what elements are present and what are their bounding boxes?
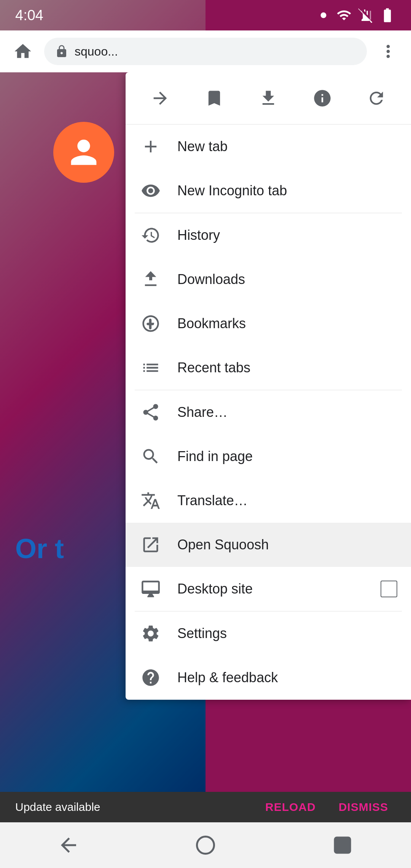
menu-item-open-squoosh[interactable]: Open Squoosh bbox=[126, 523, 411, 567]
menu-item-label-settings: Settings bbox=[177, 625, 397, 641]
battery-icon bbox=[379, 7, 396, 24]
menu-item-new-incognito-tab[interactable]: New Incognito tab bbox=[126, 169, 411, 213]
menu-item-label-recent-tabs: Recent tabs bbox=[177, 360, 397, 376]
menu-item-recent-tabs[interactable]: Recent tabs bbox=[126, 346, 411, 390]
menu-item-label-history: History bbox=[177, 227, 397, 243]
address-bar[interactable]: squoo... bbox=[44, 38, 367, 65]
menu-item-label-bookmarks: Bookmarks bbox=[177, 316, 397, 332]
home-circle-button[interactable] bbox=[190, 830, 221, 860]
menu-items-container: New tabNew Incognito tabHistoryDownloads… bbox=[126, 124, 411, 700]
bookmark-button[interactable] bbox=[199, 83, 229, 113]
bookmarks-icon bbox=[139, 312, 162, 335]
menu-item-label-downloads: Downloads bbox=[177, 271, 397, 287]
forward-button[interactable] bbox=[145, 83, 175, 113]
nav-bar bbox=[0, 822, 411, 868]
home-button[interactable] bbox=[9, 38, 37, 65]
wifi-icon bbox=[336, 8, 352, 23]
menu-item-label-new-incognito-tab: New Incognito tab bbox=[177, 183, 397, 199]
settings-icon bbox=[139, 622, 162, 645]
desktop-icon bbox=[139, 578, 162, 600]
menu-item-label-share: Share… bbox=[177, 404, 397, 420]
menu-panel: New tabNew Incognito tabHistoryDownloads… bbox=[126, 72, 411, 700]
reload-button[interactable]: RELOAD bbox=[258, 797, 323, 817]
menu-item-find-in-page[interactable]: Find in page bbox=[126, 434, 411, 479]
svg-rect-2 bbox=[335, 838, 350, 853]
download-button[interactable] bbox=[253, 83, 284, 113]
svg-point-1 bbox=[197, 837, 214, 854]
menu-top-toolbar bbox=[126, 72, 411, 124]
menu-item-downloads[interactable]: Downloads bbox=[126, 257, 411, 302]
menu-item-label-help-feedback: Help & feedback bbox=[177, 670, 397, 686]
menu-item-settings[interactable]: Settings bbox=[126, 611, 411, 656]
menu-item-label-translate: Translate… bbox=[177, 493, 397, 509]
status-time: 4:04 bbox=[15, 7, 43, 24]
svg-point-0 bbox=[321, 13, 327, 18]
history-icon bbox=[139, 224, 162, 247]
downloads-icon bbox=[139, 268, 162, 291]
share-icon bbox=[139, 401, 162, 424]
menu-button[interactable] bbox=[374, 38, 402, 65]
menu-item-new-tab[interactable]: New tab bbox=[126, 124, 411, 169]
incognito-icon bbox=[139, 179, 162, 202]
status-bar: 4:04 bbox=[0, 0, 411, 30]
menu-item-history[interactable]: History bbox=[126, 213, 411, 257]
recents-button[interactable] bbox=[327, 830, 358, 860]
browser-toolbar: squoo... bbox=[0, 30, 411, 72]
info-button[interactable] bbox=[307, 83, 338, 113]
help-icon bbox=[139, 666, 162, 689]
menu-item-label-open-squoosh: Open Squoosh bbox=[177, 537, 397, 553]
dismiss-button[interactable]: DISMISS bbox=[331, 797, 396, 817]
bg-text: Or t bbox=[15, 533, 64, 564]
squoosh-avatar bbox=[53, 122, 114, 183]
open-squoosh-icon bbox=[139, 533, 162, 556]
menu-item-desktop-site[interactable]: Desktop site bbox=[126, 567, 411, 611]
menu-item-translate[interactable]: Translate… bbox=[126, 479, 411, 523]
back-button[interactable] bbox=[53, 830, 84, 860]
lock-icon bbox=[55, 45, 68, 58]
menu-item-label-desktop-site: Desktop site bbox=[177, 581, 365, 597]
address-text: squoo... bbox=[75, 45, 356, 59]
refresh-button[interactable] bbox=[361, 83, 392, 113]
menu-item-help-feedback[interactable]: Help & feedback bbox=[126, 656, 411, 700]
recent-tabs-icon bbox=[139, 356, 162, 379]
menu-item-label-new-tab: New tab bbox=[177, 139, 397, 155]
menu-item-bookmarks[interactable]: Bookmarks bbox=[126, 302, 411, 346]
notification-icon bbox=[317, 8, 330, 22]
menu-item-label-find-in-page: Find in page bbox=[177, 448, 397, 464]
new-tab-icon bbox=[139, 135, 162, 158]
menu-item-share[interactable]: Share… bbox=[126, 390, 411, 434]
update-bar: Update available RELOAD DISMISS bbox=[0, 792, 411, 822]
update-message: Update available bbox=[15, 801, 250, 814]
desktop-site-checkbox[interactable] bbox=[381, 581, 397, 597]
find-icon bbox=[139, 445, 162, 468]
status-icons bbox=[317, 7, 396, 24]
signal-icon bbox=[358, 8, 373, 23]
translate-icon bbox=[139, 489, 162, 512]
